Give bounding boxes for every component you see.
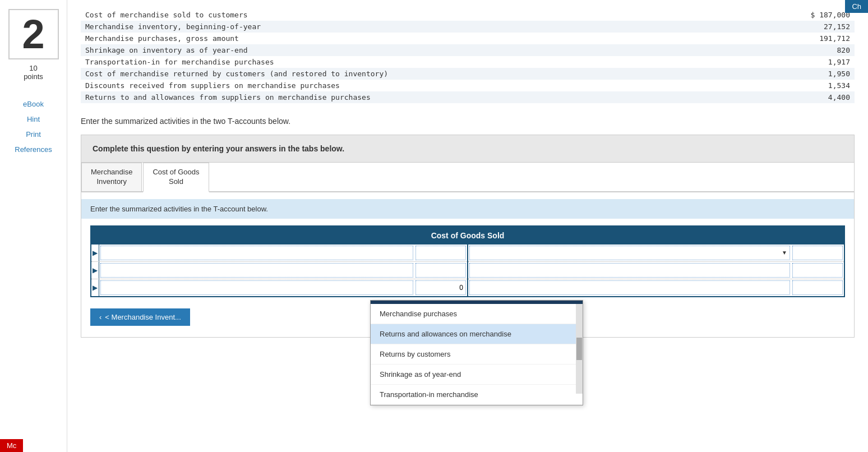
data-row-label: Cost of merchandise returned by customer…: [81, 68, 752, 80]
points-label: 10 points: [24, 64, 43, 81]
left-desc-1[interactable]: [100, 246, 413, 260]
right-desc-3[interactable]: [469, 280, 790, 295]
left-panel: 2 10 points eBook Hint Print References: [0, 0, 67, 452]
right-desc-1-dropdown[interactable]: ▼: [469, 246, 790, 260]
left-desc-3[interactable]: [100, 280, 413, 295]
data-row-label: Returns to and allowances from suppliers…: [81, 91, 752, 103]
complete-box: Complete this question by entering your …: [81, 135, 855, 163]
data-row-value: 4,400: [752, 91, 855, 103]
dropdown-popup: Merchandise purchasesReturns and allowan…: [370, 300, 583, 405]
data-table: Cost of merchandise sold to customers$ 1…: [81, 9, 855, 103]
instruction-text: Enter the summarized activities in the t…: [81, 117, 855, 126]
dropdown-arrow-icon: ▼: [782, 250, 787, 256]
t-account: Cost of Goods Sold ▶: [90, 225, 845, 297]
t-account-left: ▶ ▶: [91, 245, 468, 296]
data-row-value: 820: [752, 44, 855, 56]
t-row: ▶: [91, 245, 467, 262]
t-right-row-1: ▼: [468, 245, 844, 262]
t-row-indicator: ▶: [91, 245, 99, 261]
dropdown-item-transportation-in[interactable]: Transportation-in merchandise: [371, 385, 583, 405]
data-row-value: 191,712: [752, 33, 855, 44]
references-link[interactable]: References: [7, 144, 60, 155]
data-row-label: Cost of merchandise sold to customers: [81, 9, 752, 21]
left-val-3[interactable]: [415, 280, 466, 295]
merchandise-inventory-nav-button[interactable]: ‹ < Merchandise Invent...: [90, 308, 190, 326]
tab-instruction: Enter the summarized activities in the T…: [81, 199, 854, 219]
top-bar-label: Ch: [852, 2, 861, 11]
dropdown-items-container: Merchandise purchasesReturns and allowan…: [371, 304, 583, 405]
question-number: 2: [8, 9, 59, 59]
tab-merchandise-inventory[interactable]: MerchandiseInventory: [81, 163, 142, 191]
tabs-row: MerchandiseInventory Cost of GoodsSold: [81, 163, 854, 192]
right-val-1[interactable]: [792, 246, 843, 260]
right-val-3[interactable]: [792, 280, 843, 295]
data-row-value: 1,917: [752, 56, 855, 68]
dropdown-scrollbar[interactable]: [576, 304, 583, 394]
data-row-label: Shrinkage on inventory as of year-end: [81, 44, 752, 56]
left-desc-2[interactable]: [100, 263, 413, 278]
bottom-bar: Mc: [0, 439, 23, 452]
print-link[interactable]: Print: [7, 129, 60, 140]
right-desc-2[interactable]: [469, 263, 790, 278]
data-row-value: 1,534: [752, 80, 855, 91]
data-row-label: Transportation-in for merchandise purcha…: [81, 56, 752, 68]
t-row: ▶: [91, 279, 467, 296]
dropdown-item-shrinkage[interactable]: Shrinkage as of year-end: [371, 365, 583, 385]
t-row-indicator: ▶: [91, 279, 99, 296]
top-bar: Ch: [845, 0, 868, 13]
data-row-value: 1,950: [752, 68, 855, 80]
tab-cost-of-goods-sold[interactable]: Cost of GoodsSold: [143, 163, 209, 192]
left-links: eBook Hint Print References: [7, 99, 60, 155]
right-val-2[interactable]: [792, 263, 843, 278]
t-right-row-3: [468, 279, 844, 296]
data-row-label: Merchandise purchases, gross amount: [81, 33, 752, 44]
hint-link[interactable]: Hint: [7, 114, 60, 124]
t-row-indicator: ▶: [91, 262, 99, 279]
dropdown-item-returns-by-customers[interactable]: Returns by customers: [371, 344, 583, 365]
ebook-link[interactable]: eBook: [7, 99, 60, 109]
t-row: ▶: [91, 262, 467, 279]
nav-button-label: < Merchandise Invent...: [105, 313, 181, 321]
data-row-label: Merchandise inventory, beginning-of-year: [81, 21, 752, 33]
left-val-1[interactable]: [415, 246, 466, 260]
t-account-right: ▼: [468, 245, 844, 296]
data-row-value: $ 187,000: [752, 9, 855, 21]
data-row-value: 27,152: [752, 21, 855, 33]
nav-chevron-icon: ‹: [99, 313, 101, 321]
dropdown-item-merchandise-purchases[interactable]: Merchandise purchases: [371, 304, 583, 324]
t-account-body: ▶ ▶: [91, 245, 844, 296]
dropdown-scrollbar-thumb: [576, 338, 582, 360]
t-account-header: Cost of Goods Sold: [91, 227, 844, 245]
left-val-2[interactable]: [415, 263, 466, 278]
t-right-row-2: [468, 262, 844, 279]
data-row-label: Discounts received from suppliers on mer…: [81, 80, 752, 91]
t-account-container: Cost of Goods Sold ▶: [81, 219, 854, 304]
bottom-bar-label: Mc: [7, 441, 16, 450]
dropdown-item-returns-and-allowances[interactable]: Returns and allowances on merchandise: [371, 324, 583, 344]
